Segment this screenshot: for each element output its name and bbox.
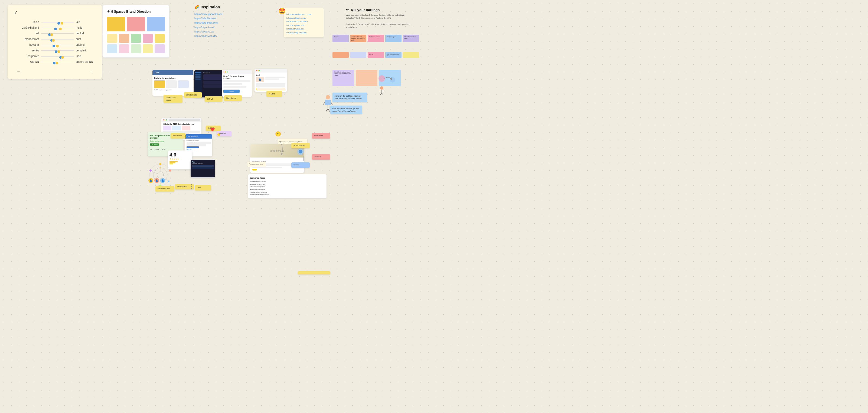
woher-links: https://www.typewolf.com/ https://dribbb… — [286, 12, 321, 35]
slider-wienn-andersnn[interactable]: wie NN anders als NN — [14, 60, 95, 63]
svg-point-2 — [380, 86, 383, 90]
link-landbook[interactable]: https://land-book.com/ — [194, 21, 276, 25]
slider-dot-blue — [53, 45, 55, 47]
slider-corporate-indie[interactable]: corporate indie — [14, 55, 95, 58]
slider-dot-yellow — [56, 62, 58, 64]
slider-dot-yellow — [61, 56, 64, 59]
slider-dot-blue — [53, 62, 56, 64]
sticky-schlicht-1: schlicht soft colour — [163, 95, 183, 103]
heart-icon: ❤️ — [210, 127, 215, 131]
sticky-schlicht-4: Light theme — [224, 95, 242, 101]
sparkle-icon: ✦ — [107, 9, 110, 13]
kill-stickies-top: Schrift • ein FontAria hat helfen • Seri… — [333, 35, 419, 42]
brand-tile-1 — [107, 17, 125, 31]
link-godly[interactable]: https://godly.website/ — [194, 34, 276, 38]
brand-tile-2 — [127, 17, 145, 31]
link-httpster[interactable]: https://httpster.net/ — [194, 25, 276, 30]
welcome-btn[interactable] — [252, 169, 257, 170]
emoji-wink: 🤩 — [278, 7, 286, 14]
sticky-blue-large: Halte ich die und finde mich gut zum neu… — [333, 93, 367, 102]
slider-dot-yellow — [52, 39, 55, 42]
blog-mockup: article image Blog article content... — [250, 144, 304, 173]
svg-point-0 — [378, 75, 385, 82]
slider-leise-laut[interactable]: leise laut — [14, 21, 95, 24]
link-obwave[interactable]: https://obwave.co/ — [194, 30, 276, 34]
avatar-2: 👤 — [154, 178, 159, 183]
star-icon: ⭐ — [217, 133, 221, 136]
sticky-bottom-1: Bottom links here — [155, 186, 174, 192]
slider-bewaehrt-originell[interactable]: bewährt originell — [14, 43, 95, 46]
slider-serios-verspielt[interactable]: seriös verspielt — [14, 49, 95, 52]
avatar-1: 👤 — [148, 178, 153, 183]
woher-link-4[interactable]: https://httpster.net/ — [286, 24, 321, 27]
svg-point-15 — [150, 169, 152, 171]
sticky-b2 — [350, 52, 366, 58]
sticky-ai-1: AI Style — [267, 91, 282, 97]
sample-tile-2 — [119, 34, 129, 43]
svg-line-5 — [380, 93, 382, 95]
slider-dot-yellow — [57, 50, 60, 53]
slider-dot-yellow — [59, 28, 62, 30]
link-dribbble[interactable]: https://dribbble.com/ — [194, 16, 276, 21]
svg-point-1 — [390, 77, 395, 83]
slider-dot-yellow — [61, 22, 63, 25]
svg-line-29 — [331, 102, 333, 104]
checkmark-icon: ✓ — [14, 10, 18, 15]
emoji-workshop: 🙂 — [275, 131, 281, 137]
svg-point-12 — [168, 181, 169, 182]
inspiration-card: 🌈 Inspiration https://www.typewolf.com/ … — [194, 5, 276, 38]
slider-hell-dunkel[interactable]: hell dunkel — [14, 32, 95, 35]
slider-zurueck-mutig[interactable]: zurückhaltend mutig — [14, 26, 95, 29]
sticky-schrift: Schrift — [333, 35, 349, 42]
woher-link-1[interactable]: https://www.typewolf.com/ — [286, 12, 321, 16]
network-illustration — [148, 163, 172, 187]
ws-sticky-pink: Action items — [312, 133, 330, 138]
brand-9spaces-card: ✦ 9 Spaces Brand Direction — [102, 5, 169, 58]
brand-9spaces-title: ✦ 9 Spaces Brand Direction — [107, 9, 165, 13]
sticky-b5 — [403, 52, 419, 58]
workshop-list-area: Workshop Items • Define brand values • C… — [248, 174, 327, 198]
ws-sticky-1: Workshop notes — [291, 143, 310, 148]
link-typewolf[interactable]: https://www.typewolf.com/ — [194, 12, 276, 16]
sticky-b3: Gut so — [368, 52, 384, 58]
ai-mockup: As If 👤 — [254, 69, 287, 92]
slider-dot-blue — [55, 50, 57, 53]
woher-link-3[interactable]: https://land-book.com/ — [286, 20, 321, 24]
woher-link-2[interactable]: https://dribbble.com/ — [286, 16, 321, 20]
brand-direction-card: ✓ leise laut zurückhaltend mutig hell — [7, 5, 102, 79]
kill-title: ✏ Kill your darlings — [346, 7, 411, 12]
ws-sticky-3: Process notes here — [247, 162, 266, 167]
svg-point-11 — [169, 169, 171, 171]
svg-line-30 — [326, 109, 328, 112]
sample-tile-5 — [155, 34, 165, 43]
light-form-mockup: Be API for your design system. Submit — [222, 70, 252, 97]
sticky-ux: UX Genauigkeit — [385, 35, 402, 42]
svg-line-28 — [323, 102, 325, 104]
svg-point-10 — [159, 163, 161, 165]
slider-ellipsis: ...... — [14, 66, 95, 72]
sample-tile-1 — [107, 34, 117, 43]
scroll-dots — [191, 184, 192, 189]
network-svg — [148, 163, 172, 187]
woher-link-5[interactable]: https://obwave.co/ — [286, 27, 321, 31]
sticky-bottom-3: Links — [195, 185, 211, 191]
sticky-b4: CSS (keeping matter UI) — [385, 52, 402, 58]
dark-app-mockup: App Premium features — [191, 160, 215, 177]
arrow-illustration — [374, 73, 401, 95]
kill-description: Was aus dem aktuellen 9 Spaces Design, w… — [346, 13, 411, 29]
sticky-rate: Was ich dir zu Rate ziehe... — [403, 35, 419, 42]
svg-line-6 — [382, 93, 383, 95]
slider-dot-blue — [57, 22, 60, 25]
slider-dot-yellow — [56, 45, 59, 47]
illustration-area — [374, 73, 401, 96]
sample-tile-4 — [143, 34, 153, 43]
sticky-bold-1: Bold outlines — [170, 133, 185, 138]
woher-link-6[interactable]: https://godly.website/ — [286, 31, 321, 35]
sticky-farben: Gelbendes farben — [368, 35, 384, 42]
slider-mono-bunt[interactable]: monochrom bunt — [14, 38, 95, 41]
kill-stickies-mid: Gut so CSS (keeping matter UI) — [333, 52, 419, 58]
pencil-icon: ✏ — [346, 7, 349, 12]
svg-point-25 — [326, 95, 330, 99]
sticky-schlicht-2: 3D elements — [184, 92, 202, 98]
brand-direction-title: ✓ — [14, 10, 19, 15]
